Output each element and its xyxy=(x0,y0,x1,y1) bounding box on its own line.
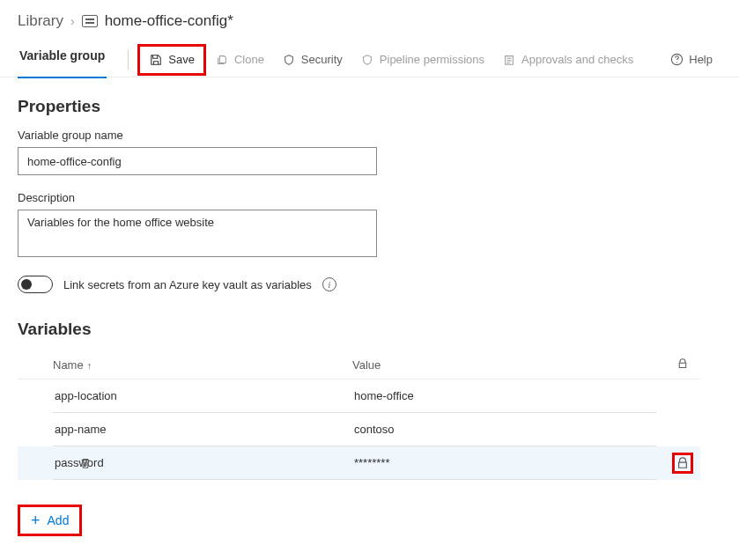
sort-ascending-icon: ↑ xyxy=(87,360,92,371)
clone-label: Clone xyxy=(234,53,264,66)
table-row[interactable]: password******** xyxy=(18,446,700,480)
variable-name-cell[interactable]: app-name xyxy=(53,413,352,446)
variable-name-cell[interactable]: password xyxy=(53,446,352,480)
clone-button[interactable]: Clone xyxy=(206,47,273,73)
security-button[interactable]: Security xyxy=(273,47,351,73)
toggle-knob xyxy=(21,279,32,290)
add-variable-button[interactable]: + Add xyxy=(20,507,79,534)
save-label: Save xyxy=(168,53,195,66)
variable-group-name-input[interactable] xyxy=(18,147,377,175)
pipeline-permissions-button[interactable]: Pipeline permissions xyxy=(351,47,493,73)
description-label: Description xyxy=(18,191,721,204)
variable-value-cell[interactable]: ******** xyxy=(352,446,656,480)
security-label: Security xyxy=(301,53,343,66)
shield-icon xyxy=(282,53,296,67)
variable-value-cell[interactable]: contoso xyxy=(352,413,656,446)
properties-heading: Properties xyxy=(18,97,721,116)
info-icon[interactable]: i xyxy=(322,277,336,291)
approvals-checks-button[interactable]: Approvals and checks xyxy=(493,47,642,73)
lock-icon[interactable] xyxy=(676,457,689,469)
help-icon xyxy=(669,53,684,67)
highlight-add: + Add xyxy=(18,505,82,536)
description-input[interactable] xyxy=(18,210,377,257)
column-lock-header xyxy=(665,358,700,372)
save-button[interactable]: Save xyxy=(140,47,203,73)
tab-variable-group[interactable]: Variable group xyxy=(18,43,107,78)
clone-icon xyxy=(215,53,229,67)
shield-outline-icon xyxy=(360,53,374,67)
breadcrumb-library-link[interactable]: Library xyxy=(18,12,63,30)
lock-icon xyxy=(677,358,688,369)
variable-value-cell[interactable]: home-office xyxy=(352,379,656,413)
variables-table: Name↑ Value app-locationhome-officeapp-n… xyxy=(18,351,700,480)
plus-icon: + xyxy=(31,512,41,528)
table-row[interactable]: app-locationhome-office xyxy=(18,379,700,413)
breadcrumb: Library › home-office-config* xyxy=(18,12,721,30)
breadcrumb-current: home-office-config* xyxy=(105,12,233,30)
variable-group-name-label: Variable group name xyxy=(18,129,721,142)
pipeline-permissions-label: Pipeline permissions xyxy=(380,53,484,66)
checklist-icon xyxy=(502,53,516,67)
help-button[interactable]: Help xyxy=(661,47,721,73)
variables-heading: Variables xyxy=(18,320,721,339)
toolbar-separator xyxy=(128,50,129,70)
variable-group-icon xyxy=(82,15,98,27)
svg-point-1 xyxy=(676,62,677,63)
breadcrumb-separator: › xyxy=(70,14,75,28)
variables-header-row: Name↑ Value xyxy=(18,351,700,379)
highlight-save: Save xyxy=(137,44,206,76)
approvals-checks-label: Approvals and checks xyxy=(521,53,633,66)
column-name-header[interactable]: Name↑ xyxy=(53,358,352,372)
variable-name-cell[interactable]: app-location xyxy=(53,379,352,413)
add-label: Add xyxy=(48,513,70,527)
toolbar: Variable group Save Clone Security xyxy=(0,42,739,77)
highlight-lock xyxy=(672,453,693,474)
column-value-header[interactable]: Value xyxy=(352,358,665,372)
link-secrets-label: Link secrets from an Azure key vault as … xyxy=(63,278,312,291)
help-label: Help xyxy=(689,53,713,66)
save-icon xyxy=(149,53,163,67)
link-secrets-toggle[interactable] xyxy=(18,276,53,293)
table-row[interactable]: app-namecontoso xyxy=(18,413,700,446)
